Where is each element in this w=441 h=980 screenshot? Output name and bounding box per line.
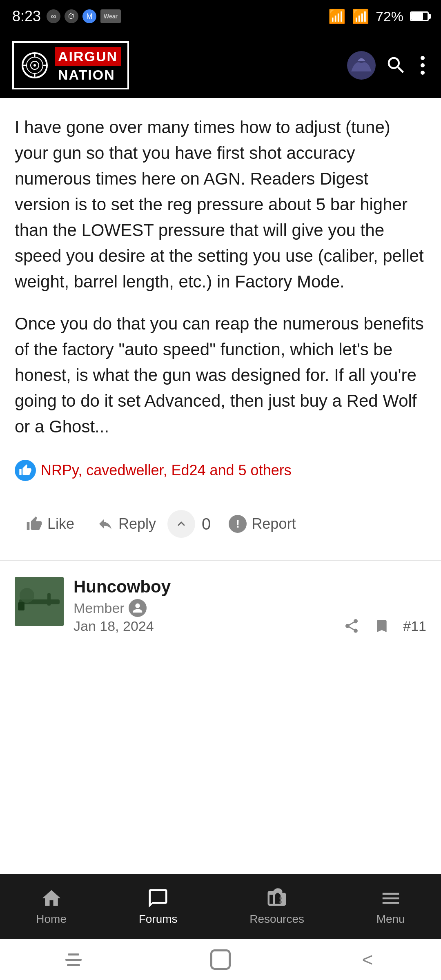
post-paragraph-2: Once you do that you can reap the numero… (15, 311, 426, 439)
post-divider (0, 560, 441, 561)
next-post-header: Huncowboy Member Jan 18, 2024 (0, 565, 441, 635)
logo-icon (20, 51, 49, 80)
post-date-row: Jan 18, 2024 #11 (74, 617, 426, 635)
battery-percent: 72% (376, 9, 403, 24)
search-button[interactable] (384, 53, 408, 78)
header-avatar[interactable] (347, 51, 376, 80)
wifi-icon: 📶 (328, 8, 345, 24)
recent-apps-button[interactable] (61, 947, 86, 972)
status-right: 📶 📶 72% (328, 8, 429, 24)
nav-menu[interactable]: Menu (376, 887, 405, 926)
home-circle (210, 949, 231, 970)
site-logo[interactable]: AIRGUN NATION (12, 41, 129, 89)
nav-resources[interactable]: Resources (249, 887, 304, 926)
logo-airgun: AIRGUN (55, 47, 121, 66)
svg-rect-13 (18, 602, 24, 610)
battery-icon (410, 11, 429, 21)
vote-up-button[interactable] (167, 510, 195, 538)
time: 8:23 (12, 8, 41, 25)
svg-rect-12 (47, 593, 51, 606)
post-author-row: Huncowboy (74, 577, 426, 597)
post-body: I have gone over many times how to adjus… (15, 114, 426, 439)
post-number: #11 (403, 618, 426, 634)
voicemail-icon: ∞ (47, 9, 60, 23)
user-avatar (15, 577, 64, 626)
nav-forums[interactable]: Forums (139, 887, 178, 926)
nav-menu-label: Menu (376, 913, 405, 926)
nav-resources-label: Resources (249, 913, 304, 926)
report-button[interactable]: ! Report (217, 508, 307, 539)
like-button[interactable]: Like (15, 509, 86, 539)
reactions-row: NRPy, cavedweller, Ed24 and 5 others (15, 456, 426, 485)
gmail-icon: M (82, 9, 96, 23)
back-icon: < (362, 949, 373, 971)
reply-label: Reply (118, 515, 156, 532)
status-left: 8:23 ∞ ⏱ M Wear (12, 8, 121, 25)
logo-text: AIRGUN NATION (55, 47, 121, 84)
logo-nation: NATION (55, 66, 121, 84)
signal-icon: 📶 (352, 8, 369, 24)
report-icon: ! (229, 515, 247, 533)
back-button[interactable]: < (355, 947, 380, 972)
vote-count: 0 (195, 515, 217, 533)
dot1 (421, 56, 425, 60)
status-icons: ∞ ⏱ M Wear (47, 9, 121, 23)
bookmark-button[interactable] (373, 617, 391, 635)
vote-section: 0 (167, 510, 217, 538)
role-badge-icon (129, 599, 147, 617)
report-label: Report (252, 515, 296, 532)
action-bar: Like Reply 0 ! Report (15, 500, 426, 548)
line1 (68, 953, 79, 956)
wear-icon: Wear (100, 9, 121, 23)
dot3 (421, 71, 425, 75)
author-role-row: Member (74, 599, 426, 617)
clock-icon: ⏱ (65, 9, 78, 23)
nav-home-label: Home (36, 913, 67, 926)
post-date: Jan 18, 2024 (74, 618, 154, 634)
header: AIRGUN NATION (0, 33, 441, 98)
svg-point-14 (20, 588, 34, 603)
line3 (67, 964, 80, 966)
like-bubble-icon (15, 460, 36, 481)
bottom-nav: Home Forums Resources Menu (0, 874, 441, 939)
status-bar: 8:23 ∞ ⏱ M Wear 📶 📶 72% (0, 0, 441, 33)
line2 (65, 959, 82, 961)
nav-forums-label: Forums (139, 913, 178, 926)
author-name[interactable]: Huncowboy (74, 577, 171, 597)
post-paragraph-1: I have gone over many times how to adjus… (15, 114, 426, 294)
post-meta: Huncowboy Member Jan 18, 2024 (74, 577, 426, 635)
home-button[interactable] (208, 947, 233, 972)
share-button[interactable] (343, 617, 361, 635)
reply-button[interactable]: Reply (86, 509, 167, 539)
more-options-button[interactable] (416, 52, 429, 79)
reactions-text[interactable]: NRPy, cavedweller, Ed24 and 5 others (41, 462, 292, 479)
like-label: Like (47, 515, 74, 532)
svg-point-4 (33, 64, 36, 67)
system-nav: < (0, 939, 441, 980)
nav-home[interactable]: Home (36, 887, 67, 926)
dot2 (421, 63, 425, 67)
post-content: I have gone over many times how to adjus… (0, 98, 441, 556)
post-actions-right: #11 (343, 617, 426, 635)
author-role-text: Member (74, 600, 125, 616)
